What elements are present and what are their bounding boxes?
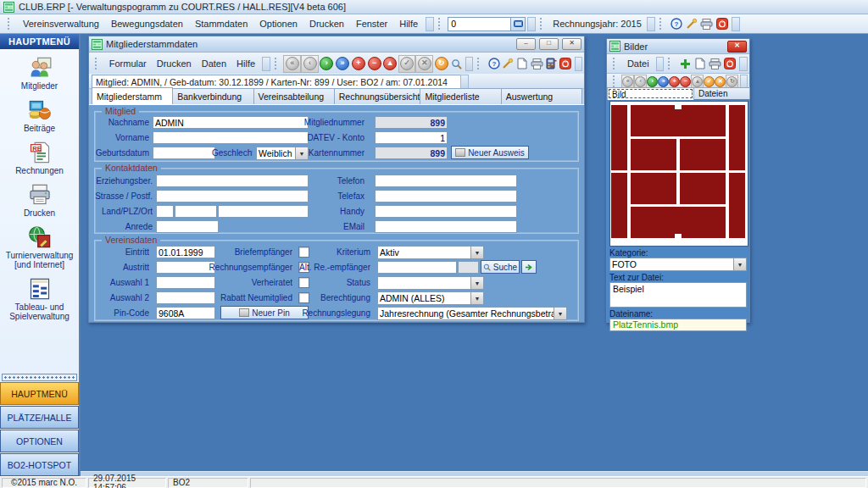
toolbar-overflow-button[interactable] (647, 17, 655, 31)
nav-delete-icon[interactable]: − (680, 75, 691, 88)
plz-input[interactable] (175, 205, 217, 218)
nav-refresh-icon[interactable]: ↻ (433, 56, 449, 72)
help-button[interactable]: ? (669, 17, 684, 31)
sidebar-item-rechnungen[interactable]: RE Rechnungen (1, 141, 79, 175)
minimize-button[interactable]: – (516, 38, 536, 50)
telefon-input[interactable] (375, 175, 517, 187)
print-button[interactable] (708, 57, 723, 71)
wand-button[interactable] (501, 57, 515, 71)
toolbar-overflow-button[interactable] (426, 17, 434, 31)
add-image-button[interactable] (677, 57, 693, 71)
tab-vereinsabteilung[interactable]: Vereinsabteilung (253, 88, 335, 104)
anrede-input[interactable] (156, 220, 219, 233)
menu-fenster[interactable]: Fenster (350, 17, 393, 30)
nav-prior-icon[interactable]: ‹ (301, 55, 319, 73)
menu-hilfe[interactable]: Hilfe (393, 17, 424, 30)
new-document-button[interactable] (693, 57, 708, 71)
tab-bild[interactable]: Bild (607, 87, 694, 100)
nav-next-icon[interactable]: › (319, 56, 335, 72)
datev-konto-input[interactable] (375, 131, 448, 144)
nav-cancel-icon[interactable]: ✕ (715, 75, 726, 88)
search-button[interactable] (449, 57, 464, 71)
alt-re-empfaenger-input[interactable] (377, 261, 457, 274)
geburtsdatum-input[interactable] (153, 147, 215, 159)
toolbar-overflow-button[interactable] (739, 57, 748, 71)
nav-insert-icon[interactable]: + (669, 75, 680, 88)
sidebar-nav-hauptmenue[interactable]: HAUPTMENÜ (0, 382, 79, 405)
wand-button[interactable] (684, 17, 699, 31)
nav-post-icon[interactable]: ✓ (704, 75, 715, 88)
tab-rechnungsuebersicht[interactable]: Rechnungsübersicht (334, 88, 421, 104)
kriterium-dropdown[interactable]: Aktiv▼ (377, 246, 484, 259)
sidebar-item-beitraege[interactable]: Beiträge (1, 98, 79, 133)
pincode-input[interactable] (156, 307, 215, 319)
exit-button[interactable] (722, 57, 737, 71)
nav-refresh-icon[interactable]: ↻ (726, 75, 738, 89)
suche-button[interactable]: Suche (481, 260, 520, 274)
berechtigung-dropdown[interactable]: ADMIN (ALLES)▼ (377, 291, 484, 305)
member-menu-hilfe[interactable]: Hilfe (231, 57, 260, 70)
land-input[interactable] (156, 205, 174, 218)
member-menu-formular[interactable]: Formular (104, 57, 152, 70)
quick-search-input[interactable] (448, 19, 510, 29)
nav-cancel-icon[interactable]: ✕ (415, 55, 433, 73)
sidebar-item-mitglieder[interactable]: Mitglieder (1, 56, 79, 91)
nav-last-icon[interactable]: » (335, 56, 351, 72)
nav-edit-icon[interactable]: ▲ (382, 56, 398, 72)
tab-bankverbindung[interactable]: Bankverbindung (172, 88, 253, 104)
menu-drucken[interactable]: Drucken (303, 17, 350, 30)
tab-mitgliederliste[interactable]: Mitgliederliste (420, 88, 501, 104)
help-button[interactable]: ? (487, 57, 501, 71)
toolbar-overflow-button[interactable] (740, 75, 748, 89)
nav-edit-icon[interactable]: ▲ (691, 75, 704, 89)
monitor-button[interactable] (510, 18, 525, 30)
menu-stammdaten[interactable]: Stammdaten (189, 17, 253, 30)
goto-button[interactable] (521, 260, 537, 274)
toolbar-overflow-button[interactable] (527, 17, 536, 31)
tab-dateien[interactable]: Dateien (693, 87, 750, 99)
print-button[interactable] (699, 17, 715, 31)
nav-prior-icon[interactable]: ‹ (634, 75, 647, 89)
menu-bewegungsdaten[interactable]: Bewegungsdaten (105, 17, 189, 30)
sidebar-item-drucken[interactable]: Drucken (1, 183, 79, 218)
print-button[interactable] (530, 57, 544, 71)
telefax-input[interactable] (375, 190, 517, 202)
sidebar-collapse-handle[interactable] (2, 374, 77, 381)
toolbar-overflow-button[interactable] (262, 57, 270, 71)
sidebar-nav-bo2-hotspot[interactable]: BO2-HOTSPOT (0, 453, 79, 476)
sidebar-item-turnierverwaltung[interactable]: Turnierverwaltung [und Internet] (1, 225, 79, 269)
tab-mitgliederstamm[interactable]: Mitgliederstamm (92, 87, 173, 104)
nav-first-icon[interactable]: « (283, 55, 301, 73)
member-menu-daten[interactable]: Daten (197, 57, 231, 70)
maximize-button[interactable]: □ (539, 38, 559, 50)
toolbar-overflow-button[interactable] (656, 57, 665, 71)
member-menu-drucken[interactable]: Drucken (152, 57, 197, 70)
neuer-ausweis-button[interactable]: Neuer Ausweis (451, 146, 529, 159)
close-button[interactable]: ✕ (562, 38, 581, 50)
nav-delete-icon[interactable]: − (366, 56, 382, 72)
toolbar-overflow-button[interactable] (460, 75, 469, 89)
email-input[interactable] (375, 220, 517, 233)
menu-optionen[interactable]: Optionen (253, 17, 303, 30)
exit-button[interactable] (559, 57, 573, 71)
bilder-menu-datei[interactable]: Datei (622, 57, 654, 70)
handy-input[interactable] (375, 205, 517, 218)
tab-auswertung[interactable]: Auswertung (501, 88, 582, 104)
status-dropdown[interactable]: ▼ (377, 276, 484, 290)
sidebar-nav-plaetze-halle[interactable]: PLÄTZE/HALLE (0, 406, 79, 429)
rechnungslegung-dropdown[interactable]: Jahresrechnung (Gesamter Rechnungsbetrag… (377, 307, 567, 320)
new-document-button[interactable] (515, 57, 530, 71)
toolbar-overflow-button[interactable] (732, 17, 740, 31)
menu-vereinsverwaltung[interactable]: Vereinsverwaltung (17, 17, 105, 30)
abrechnung-button[interactable] (544, 57, 559, 71)
nav-first-icon[interactable]: « (621, 75, 634, 89)
nav-post-icon[interactable]: ✓ (398, 55, 416, 73)
toolbar-overflow-button[interactable] (575, 57, 583, 71)
exit-button[interactable] (715, 17, 730, 31)
sidebar-item-tableau[interactable]: Tableau- und Spielverwaltung (1, 277, 79, 321)
kategorie-dropdown[interactable]: FOTO▼ (609, 258, 747, 271)
text-zur-datei-textarea[interactable]: Beispiel (609, 282, 747, 308)
nav-last-icon[interactable]: » (658, 75, 669, 88)
sidebar-nav-optionen[interactable]: OPTIONEN (0, 430, 79, 452)
nav-next-icon[interactable]: › (647, 75, 658, 88)
